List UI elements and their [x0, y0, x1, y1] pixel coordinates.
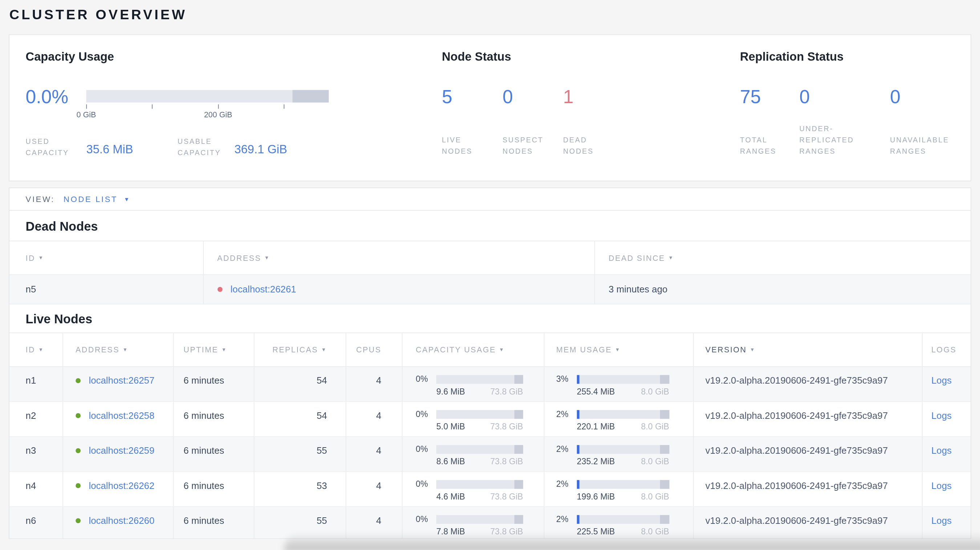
cpus-cell: 4: [347, 402, 403, 436]
view-dropdown[interactable]: NODE LIST: [64, 194, 118, 204]
live-node-row: n1 localhost:26257 6 minutes 54 4 0%: [10, 367, 970, 402]
live-node-row: n4 localhost:26262 6 minutes 53 4 0%: [10, 472, 970, 507]
node-address-cell: localhost:26257: [63, 367, 173, 401]
column-header-uptime[interactable]: UPTIME ▼: [173, 333, 255, 366]
under-replicated-label: UNDER- REPLICATED RANGES: [799, 123, 854, 157]
mem-bar: [577, 410, 669, 418]
uptime-cell: 6 minutes: [173, 472, 255, 506]
cpus-cell: 4: [347, 472, 403, 506]
chevron-down-icon[interactable]: ▼: [124, 196, 129, 202]
capacity-bar: [436, 445, 523, 453]
node-address-link[interactable]: localhost:26262: [89, 480, 154, 490]
column-header-label: UPTIME: [183, 345, 218, 354]
view-label: VIEW:: [26, 194, 55, 204]
column-header-label: ID: [26, 254, 35, 262]
column-header-label: ID: [26, 345, 35, 354]
column-header-label: MEM USAGE: [556, 345, 612, 354]
version-cell: v19.2.0-alpha.20190606-2491-gfe735c9a97: [694, 367, 923, 401]
dead-status-dot-icon: [217, 287, 222, 292]
mem-percent: 2%: [556, 444, 572, 454]
mem-used-value: 199.6 MiB: [577, 492, 615, 501]
dead-since-cell: 3 minutes ago: [595, 275, 970, 304]
axis-tick: [284, 104, 285, 109]
mem-usage-cell: 2% 220.1 MiB 8.0 GiB: [544, 402, 694, 436]
column-header-label: ADDRESS: [217, 254, 261, 262]
dead-nodes-heading: Dead Nodes: [10, 211, 970, 241]
version-cell: v19.2.0-alpha.20190606-2491-gfe735c9a97: [694, 402, 923, 436]
node-address-cell: localhost:26261: [204, 275, 595, 304]
dead-nodes-label: DEAD NODES: [563, 134, 593, 157]
suspect-nodes-count: 0: [502, 86, 513, 108]
sort-arrow-icon: ▼: [750, 347, 756, 352]
sort-arrow-icon: ▼: [321, 347, 327, 352]
mem-used-value: 255.4 MiB: [577, 387, 615, 396]
node-address-link[interactable]: localhost:26261: [231, 284, 296, 294]
column-header-label: REPLICAS: [272, 345, 318, 354]
total-ranges-label: TOTAL RANGES: [740, 134, 776, 157]
capacity-usage-cell: 0% 8.6 MiB 73.8 GiB: [402, 437, 544, 472]
uptime-cell: 6 minutes: [173, 437, 255, 472]
live-nodes-count: 5: [442, 86, 453, 108]
column-header-capacity-usage[interactable]: CAPACITY USAGE ▼: [402, 333, 544, 366]
node-address-link[interactable]: localhost:26257: [89, 375, 154, 385]
live-status-dot-icon: [76, 483, 81, 488]
node-address-cell: localhost:26262: [63, 472, 173, 506]
uptime-cell: 6 minutes: [173, 367, 255, 401]
column-header-address[interactable]: ADDRESS ▼: [63, 333, 173, 366]
live-nodes-table-body: n1 localhost:26257 6 minutes 54 4 0%: [10, 367, 970, 539]
cluster-overview-page: CLUSTER OVERVIEW Capacity Usage 0.0% 0 G…: [0, 0, 980, 550]
capacity-used-value: 8.6 MiB: [436, 457, 465, 466]
logs-link[interactable]: Logs: [931, 375, 952, 385]
live-status-dot-icon: [76, 413, 81, 418]
replicas-cell: 54: [255, 367, 347, 401]
live-status-dot-icon: [76, 378, 81, 383]
column-header-id[interactable]: ID ▼: [10, 333, 63, 366]
mem-percent: 2%: [556, 514, 572, 524]
logs-link[interactable]: Logs: [931, 445, 952, 456]
replicas-cell: 55: [255, 437, 347, 472]
column-header-version[interactable]: VERSION ▼: [694, 333, 923, 366]
mem-used-value: 220.1 MiB: [577, 422, 615, 431]
capacity-percent: 0%: [416, 375, 431, 384]
column-header-address[interactable]: ADDRESS ▼: [204, 241, 595, 274]
dead-nodes-count: 1: [563, 86, 574, 108]
logs-link[interactable]: Logs: [931, 480, 952, 490]
node-address-link[interactable]: localhost:26258: [89, 410, 154, 421]
mem-bar: [577, 480, 669, 489]
column-header-label: VERSION: [705, 345, 747, 354]
mem-total-value: 8.0 GiB: [641, 457, 669, 466]
sort-arrow-icon: ▼: [38, 255, 44, 261]
nodes-tables-card: Dead Nodes ID ▼ ADDRESS ▼ DEAD SINCE ▼ n…: [9, 211, 971, 539]
mem-usage-cell: 3% 255.4 MiB 8.0 GiB: [544, 367, 694, 401]
node-address-link[interactable]: localhost:26259: [89, 445, 154, 456]
column-header-label: CAPACITY USAGE: [416, 345, 496, 354]
logs-link[interactable]: Logs: [931, 515, 952, 526]
node-address-link[interactable]: localhost:26260: [89, 515, 154, 526]
capacity-bar: [436, 375, 523, 384]
axis-tick-label: 200 GiB: [204, 111, 232, 119]
column-header-mem-usage[interactable]: MEM USAGE ▼: [544, 333, 694, 366]
axis-tick-label: 0 GiB: [76, 111, 96, 119]
bottom-overlay-shadow: [285, 533, 980, 550]
column-header-cpus[interactable]: CPUS: [347, 333, 403, 366]
under-replicated-count: 0: [799, 86, 810, 108]
capacity-used-value: 5.0 MiB: [436, 422, 465, 431]
capacity-usage-cell: 0% 4.6 MiB 73.8 GiB: [402, 472, 544, 506]
capacity-bar: [436, 480, 523, 489]
column-header-dead-since[interactable]: DEAD SINCE ▼: [595, 241, 970, 274]
column-header-id[interactable]: ID ▼: [10, 241, 204, 274]
live-status-dot-icon: [76, 448, 81, 453]
node-id-cell: n4: [10, 472, 63, 506]
logs-cell: Logs: [923, 472, 970, 506]
node-id-cell: n2: [10, 402, 63, 436]
uptime-cell: 6 minutes: [173, 507, 255, 539]
node-address-cell: localhost:26258: [63, 402, 173, 436]
logs-cell: Logs: [923, 402, 970, 436]
axis-tick: [86, 104, 87, 109]
logs-link[interactable]: Logs: [931, 410, 952, 421]
replication-status-title: Replication Status: [740, 50, 843, 64]
column-header-replicas[interactable]: REPLICAS ▼: [255, 333, 347, 366]
cpus-cell: 4: [347, 367, 403, 401]
used-capacity-value: 35.6 MiB: [86, 142, 133, 156]
logs-cell: Logs: [923, 367, 970, 401]
